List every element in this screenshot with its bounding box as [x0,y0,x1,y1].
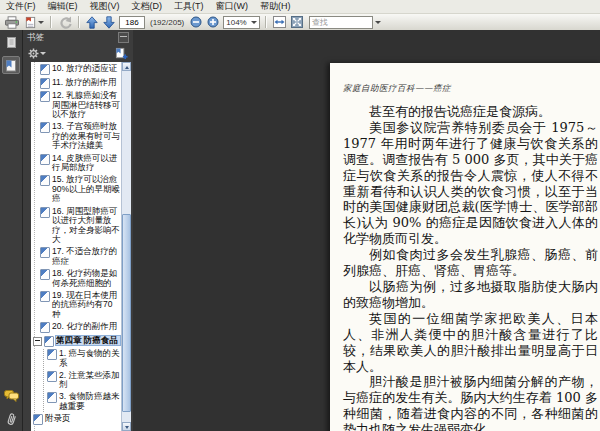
toolbar-separator [265,16,267,28]
find-input[interactable] [309,16,373,29]
document-body: 甚至有的报告说癌症是食源病。 美国参议院营养特别委员会于 1975～1977 年… [343,104,598,431]
menu-file[interactable]: 文件(F) [6,0,36,13]
bookmark-item[interactable]: 12. 乳腺癌如没有周围淋巴结转移可以不放疗 [33,91,120,120]
print-button[interactable] [4,15,20,30]
bookmark-item[interactable]: 附录页 [33,414,120,425]
zoom-in-icon [207,16,219,28]
zoom-level-value: 104% [226,18,246,27]
bookmark-item[interactable]: 14. 皮肤癌可以进行局部放疗 [33,154,120,173]
menu-help[interactable]: 帮助(H) [260,0,291,13]
page-up-arrow-icon [86,16,98,29]
paragraph: 美国参议院营养特别委员会于 1975～1977 年用时两年进行了健康与饮食关系的… [343,120,598,247]
bookmark-page-icon [40,207,50,218]
menu-document[interactable]: 文档(D) [132,0,163,13]
gear-dropdown-caret-icon [40,52,46,55]
menu-tools[interactable]: 工具(T) [174,0,204,13]
bookmarks-panel-toolbar [23,45,133,61]
next-page-button[interactable] [102,15,116,30]
email-dropdown-caret-icon [38,21,44,24]
bookmark-label: 19. 现在日本使用的抗癌药约有70种 [52,291,120,320]
scroll-up-button[interactable] [122,62,131,71]
scrollbar-thumb[interactable] [122,214,131,412]
bookmark-item[interactable]: 19. 现在日本使用的抗癌药约有70种 [33,291,120,320]
bookmark-label: 18. 化疗药物是如何杀死癌细胞的 [52,269,120,288]
tab-bookmarks[interactable] [2,56,20,74]
collapse-toggle-icon[interactable] [33,337,42,346]
menu-view[interactable]: 视图(V) [90,0,120,13]
page-number-input[interactable] [119,16,145,29]
scroll-down-arrow-icon [125,426,129,429]
bookmark-page-icon [47,371,57,382]
bookmark-label: 13. 子宫颈癌时放疗的效果有时可与手术疗法媲美 [52,122,120,151]
previous-view-button[interactable] [57,15,73,30]
email-button[interactable] [23,15,45,30]
new-bookmark-button[interactable] [114,46,129,61]
toolbar-separator [50,16,52,28]
bookmark-item[interactable]: 3. 食物防癌越来越重要 [44,392,120,411]
bookmark-children-group: 1. 癌与食物的关系 2. 注意某些添加剂 3. 食物防癌越来越重要 [43,349,120,412]
bookmark-label: 11. 放疗的副作用 [52,78,120,88]
printer-icon [5,16,19,29]
bookmarks-scrollbar[interactable] [121,62,131,431]
bookmark-page-icon [40,122,50,133]
bookmarks-tree-container: 10. 放疗的适应证 11. 放疗的副作用 12. 乳腺癌如没有周围淋巴结转移可… [31,62,131,431]
bookmark-page-icon [47,349,57,360]
panel-options-button[interactable] [118,32,129,43]
bookmark-item[interactable]: 15. 放疗可以治愈90%以上的早期喉癌 [33,175,120,204]
bookmark-page-icon [40,91,50,102]
fit-width-icon [273,16,286,28]
paperclip-icon [6,412,17,426]
toolbar-separator [78,16,80,28]
fit-width-button[interactable] [272,15,287,29]
bookmark-page-icon [40,269,50,280]
tab-attachments[interactable] [2,410,20,428]
bookmark-label: 1. 癌与食物的关系 [59,349,120,368]
paragraph: 英国的一位细菌学家把欧美人、日本人、非洲人粪便中的胆汁酸含量进行了比较，结果欧美… [343,311,598,375]
tab-pages[interactable] [2,33,20,51]
new-bookmark-icon [115,47,128,60]
zoom-in-button[interactable] [206,15,220,29]
find-dropdown-caret-icon [375,21,381,24]
full-screen-button[interactable] [290,15,304,29]
bookmark-label: 3. 食物防癌越来越重要 [59,392,120,411]
zoom-out-button[interactable] [189,15,203,29]
previous-page-button[interactable] [85,15,99,30]
bookmarks-panel-header: 书签 [23,30,133,45]
page-down-arrow-icon [103,16,115,29]
bookmark-item[interactable]: 1. 癌与食物的关系 [44,349,120,368]
navigation-tab-strip [0,30,23,431]
bookmark-options-button[interactable] [27,47,47,60]
bookmark-item[interactable]: 18. 化疗药物是如何杀死癌细胞的 [33,269,120,288]
bookmark-label: 2. 注意某些添加剂 [59,371,120,390]
gear-icon [28,48,39,59]
paragraph: 以肠癌为例，过多地摄取脂肪使大肠内的致癌物增加。 [343,279,598,311]
bookmark-page-icon [40,322,50,333]
paragraph: 甚至有的报告说癌症是食源病。 [343,104,598,120]
bookmarks-panel-title: 书签 [27,32,44,44]
zoom-out-icon [190,16,202,28]
bookmark-label: 17. 不适合放疗的癌症 [52,247,120,266]
bookmark-label: 12. 乳腺癌如没有周围淋巴结转移可以不放疗 [52,91,120,120]
menu-edit[interactable]: 编辑(E) [48,0,78,13]
bookmark-item-selected[interactable]: 第四章 防癌食品 [33,336,120,347]
bookmark-item[interactable]: 10. 放疗的适应证 [33,64,120,75]
bookmarks-tree: 10. 放疗的适应证 11. 放疗的副作用 12. 乳腺癌如没有周围淋巴结转移可… [31,62,121,431]
scroll-down-button[interactable] [122,422,131,431]
pdf-reader-window: 文件(F) 编辑(E) 视图(V) 文档(D) 工具(T) 窗口(W) 帮助(H… [0,0,600,431]
bookmark-label: 10. 放疗的适应证 [52,64,120,74]
bookmark-item[interactable]: 16. 周围型肺癌可以进行大剂量放疗，对全身影响不大 [33,207,120,245]
document-page: 家庭自助医疗百科——癌症 甚至有的报告说癌症是食源病。 美国参议院营养特别委员会… [330,63,600,431]
page-count-label: (192/205) [150,18,184,27]
bookmark-item[interactable]: 17. 不适合放疗的癌症 [33,247,120,266]
bookmark-label: 14. 皮肤癌可以进行局部放疗 [52,154,120,173]
tab-comments[interactable] [2,387,20,405]
pages-icon [6,36,17,49]
bookmark-item[interactable]: 11. 放疗的副作用 [33,78,120,89]
bookmark-item[interactable]: 2. 注意某些添加剂 [44,371,120,390]
bookmark-item[interactable]: 13. 子宫颈癌时放疗的效果有时可与手术疗法媲美 [33,122,120,151]
running-header: 家庭自助医疗百科——癌症 [343,83,598,95]
menu-window[interactable]: 窗口(W) [216,0,249,13]
bookmark-item[interactable]: 20. 化疗的副作用 [33,322,120,333]
zoom-level-select[interactable]: 104% [223,16,259,29]
bookmark-label: 20. 化疗的副作用 [52,322,120,332]
